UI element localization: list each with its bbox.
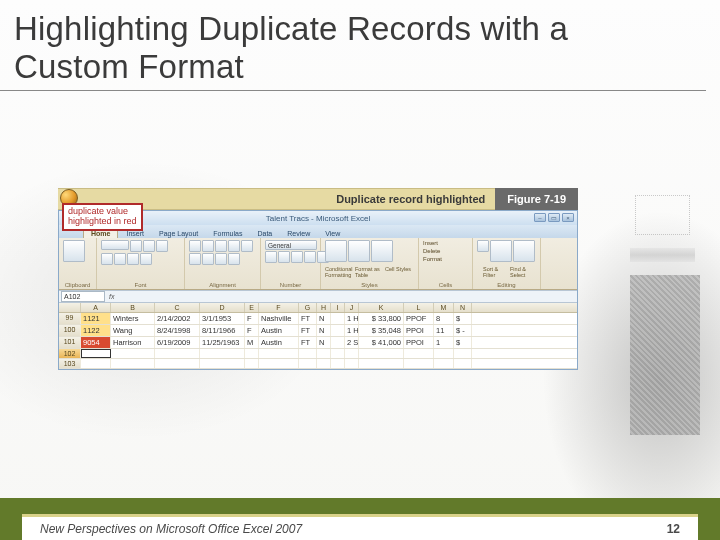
cell[interactable]: Nashville bbox=[259, 313, 299, 324]
conditional-formatting-button[interactable] bbox=[325, 240, 347, 262]
cell[interactable]: M bbox=[245, 337, 259, 348]
name-box[interactable]: A102 bbox=[61, 291, 105, 302]
cell[interactable]: FT bbox=[299, 313, 317, 324]
align-center-icon[interactable] bbox=[189, 253, 201, 265]
cell[interactable]: 8/11/1966 bbox=[200, 325, 245, 336]
col-head[interactable]: E bbox=[245, 303, 259, 312]
maximize-icon[interactable]: ▭ bbox=[548, 213, 560, 222]
sort-filter-button[interactable] bbox=[490, 240, 512, 262]
align-top-icon[interactable] bbox=[189, 240, 201, 252]
column-headers[interactable]: A B C D E F G H I J K L M N bbox=[59, 303, 577, 313]
row-header[interactable]: 102 bbox=[59, 349, 81, 358]
cell[interactable]: $ bbox=[454, 313, 472, 324]
tab-formulas[interactable]: Formulas bbox=[206, 228, 249, 238]
border-icon[interactable] bbox=[114, 253, 126, 265]
row-header[interactable]: 100 bbox=[59, 325, 81, 336]
align-left-icon[interactable] bbox=[241, 240, 253, 252]
cell[interactable] bbox=[331, 337, 345, 348]
cell[interactable] bbox=[454, 349, 472, 358]
comma-icon[interactable] bbox=[291, 251, 303, 263]
insert-button[interactable]: Insert bbox=[423, 240, 468, 248]
cell[interactable]: FT bbox=[299, 325, 317, 336]
paste-icon[interactable] bbox=[63, 240, 85, 262]
cell[interactable]: F bbox=[245, 313, 259, 324]
cell[interactable]: 1 H bbox=[345, 325, 359, 336]
format-button[interactable]: Format bbox=[423, 256, 468, 264]
bold-icon[interactable] bbox=[143, 240, 155, 252]
cell[interactable] bbox=[454, 359, 472, 368]
cell[interactable]: $ 41,000 bbox=[359, 337, 404, 348]
cell[interactable] bbox=[155, 349, 200, 358]
table-row[interactable]: 1019054Harrison6/19/200911/25/1963MAusti… bbox=[59, 337, 577, 349]
cell[interactable] bbox=[359, 349, 404, 358]
cell[interactable]: 9054 bbox=[81, 337, 111, 348]
cell[interactable] bbox=[111, 359, 155, 368]
cell[interactable]: Winters bbox=[111, 313, 155, 324]
cell[interactable] bbox=[259, 359, 299, 368]
decimal-inc-icon[interactable] bbox=[304, 251, 316, 263]
cell[interactable] bbox=[359, 359, 404, 368]
worksheet-grid[interactable]: A B C D E F G H I J K L M N 991121Winter… bbox=[59, 303, 577, 369]
cell[interactable] bbox=[317, 359, 331, 368]
cell[interactable] bbox=[245, 349, 259, 358]
tab-page-layout[interactable]: Page Layout bbox=[152, 228, 205, 238]
cell[interactable] bbox=[111, 349, 155, 358]
col-head[interactable]: N bbox=[454, 303, 472, 312]
cell[interactable]: N bbox=[317, 337, 331, 348]
cell[interactable] bbox=[331, 313, 345, 324]
cell[interactable] bbox=[299, 359, 317, 368]
cell[interactable]: PPOI bbox=[404, 337, 434, 348]
cell[interactable]: $ bbox=[454, 337, 472, 348]
cell[interactable]: 8/24/1998 bbox=[155, 325, 200, 336]
cell[interactable]: 8 bbox=[434, 313, 454, 324]
cell[interactable]: 11/25/1963 bbox=[200, 337, 245, 348]
cell[interactable]: F bbox=[245, 325, 259, 336]
row-header[interactable]: 101 bbox=[59, 337, 81, 348]
cell-styles-button[interactable] bbox=[371, 240, 393, 262]
close-icon[interactable]: × bbox=[562, 213, 574, 222]
currency-icon[interactable] bbox=[265, 251, 277, 263]
cell[interactable]: 6/19/2009 bbox=[155, 337, 200, 348]
italic-icon[interactable] bbox=[156, 240, 168, 252]
fill-color-icon[interactable] bbox=[127, 253, 139, 265]
col-head[interactable]: M bbox=[434, 303, 454, 312]
cell[interactable]: 1 bbox=[434, 337, 454, 348]
format-as-table-button[interactable] bbox=[348, 240, 370, 262]
cell[interactable]: FT bbox=[299, 337, 317, 348]
col-head[interactable]: G bbox=[299, 303, 317, 312]
tab-view[interactable]: View bbox=[318, 228, 347, 238]
cell[interactable] bbox=[200, 349, 245, 358]
cell[interactable]: 2/14/2002 bbox=[155, 313, 200, 324]
cell[interactable]: 3/1/1953 bbox=[200, 313, 245, 324]
number-format-dropdown[interactable]: General bbox=[265, 240, 317, 250]
cell[interactable]: 11 bbox=[434, 325, 454, 336]
table-row[interactable]: 103 bbox=[59, 359, 577, 369]
autosum-icon[interactable] bbox=[477, 240, 489, 252]
cell[interactable] bbox=[81, 349, 111, 358]
align-right-icon[interactable] bbox=[202, 253, 214, 265]
col-head[interactable]: L bbox=[404, 303, 434, 312]
cell[interactable] bbox=[259, 349, 299, 358]
col-head[interactable]: C bbox=[155, 303, 200, 312]
orientation-icon[interactable] bbox=[228, 240, 240, 252]
cell[interactable] bbox=[331, 349, 345, 358]
tab-data[interactable]: Data bbox=[250, 228, 279, 238]
cell[interactable]: N bbox=[317, 325, 331, 336]
find-select-button[interactable] bbox=[513, 240, 535, 262]
cell[interactable]: 1 H bbox=[345, 313, 359, 324]
cell[interactable] bbox=[345, 349, 359, 358]
cell[interactable]: $ 33,800 bbox=[359, 313, 404, 324]
delete-button[interactable]: Delete bbox=[423, 248, 468, 256]
cell[interactable]: 1121 bbox=[81, 313, 111, 324]
cell[interactable] bbox=[245, 359, 259, 368]
underline-icon[interactable] bbox=[101, 253, 113, 265]
cell[interactable]: Austin bbox=[259, 337, 299, 348]
cell[interactable] bbox=[299, 349, 317, 358]
cell[interactable]: 2 S bbox=[345, 337, 359, 348]
tab-review[interactable]: Review bbox=[280, 228, 317, 238]
col-head[interactable]: I bbox=[331, 303, 345, 312]
cell[interactable]: N bbox=[317, 313, 331, 324]
cell[interactable] bbox=[81, 359, 111, 368]
font-name-dropdown[interactable] bbox=[101, 240, 129, 250]
wrap-text-icon[interactable] bbox=[215, 253, 227, 265]
